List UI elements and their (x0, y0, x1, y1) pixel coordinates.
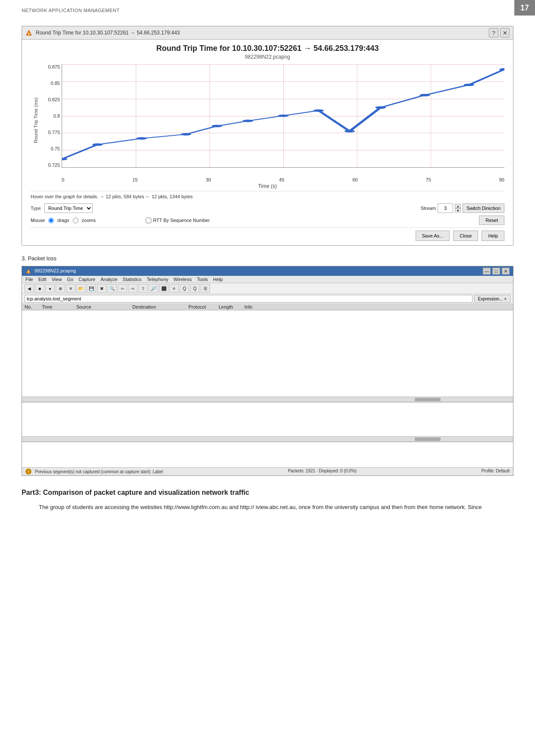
toolbar-btn-6[interactable]: 📂 (76, 284, 86, 293)
svg-point-13 (419, 94, 430, 97)
close-button[interactable]: Close (453, 231, 478, 241)
ws-title-text: 982298N22.pcapng (25, 268, 76, 274)
svg-point-9 (278, 115, 289, 117)
type-select[interactable]: Round Trip Time (44, 203, 93, 213)
toolbar-btn-4[interactable]: ⊕ (56, 284, 65, 293)
drags-radio[interactable] (48, 218, 54, 223)
menu-tools[interactable]: Tools (197, 277, 208, 282)
toolbar-btn-7[interactable]: 💾 (87, 284, 96, 293)
col-source: Source (74, 304, 130, 309)
toolbar-btn-17[interactable]: Q (190, 284, 200, 293)
rtt-content: Round Trip Time for 10.10.30.107:52261 →… (22, 40, 513, 245)
col-no: No. (22, 304, 39, 309)
toolbar-btn-5[interactable]: ✕ (66, 284, 75, 293)
col-length: Length (216, 304, 242, 309)
svg-point-8 (243, 120, 253, 122)
toolbar-btn-8[interactable]: ✖ (97, 284, 106, 293)
rtt-titlebar-text: Round Trip Time for 10.10.30.107:52261 →… (36, 30, 180, 36)
menu-analyze[interactable]: Analyze (100, 277, 117, 282)
x-axis-label: Time (s) (31, 183, 504, 189)
page-header: NETWORK APPLICATION MANAGEMENT (0, 0, 535, 17)
page-number: 17 (514, 0, 535, 16)
x-tick-labels: 0 15 30 45 60 75 90 (31, 176, 504, 182)
ws-filter-input[interactable] (25, 295, 472, 303)
menu-statistics[interactable]: Statistics (122, 277, 141, 282)
ws-detail-scroll-thumb[interactable] (415, 437, 441, 441)
toolbar-btn-14[interactable]: ⬛ (159, 284, 169, 293)
menu-view[interactable]: View (52, 277, 62, 282)
rtt-subtitle: 982298N22.pcapng (31, 54, 504, 60)
ws-expression-btn[interactable]: Expression... + (474, 295, 510, 303)
rtt-footer-row: Save As... Close Help (31, 228, 504, 241)
stream-up-btn[interactable]: ▲ (455, 204, 461, 208)
col-protocol: Protocol (186, 304, 216, 309)
svg-rect-17 (28, 271, 29, 272)
ws-detail-scrollbar[interactable] (22, 436, 513, 441)
menu-go[interactable]: Go (67, 277, 73, 282)
menu-capture[interactable]: Capture (78, 277, 95, 282)
menu-help[interactable]: Help (213, 277, 223, 282)
rtt-titlebar: Round Trip Time for 10.10.30.107:52261 →… (22, 26, 513, 40)
toolbar-btn-12[interactable]: ⇧ (138, 284, 148, 293)
save-as-button[interactable]: Save As... (416, 231, 450, 241)
drags-label: drags (57, 218, 69, 223)
rtt-main-title: Round Trip Time for 10.10.30.107:52261 →… (31, 44, 504, 53)
toolbar-btn-15[interactable]: ≡ (169, 284, 179, 293)
menu-file[interactable]: File (25, 277, 33, 282)
close-titlebar-btn[interactable]: ✕ (500, 28, 510, 37)
reset-button[interactable]: Reset (479, 216, 504, 225)
toolbar-btn-2[interactable]: ■ (35, 284, 44, 293)
ws-maximize-btn[interactable]: □ (492, 268, 500, 275)
type-label: Type (31, 206, 41, 211)
ws-statusbar: ! Previous segment(s) not captured (comm… (22, 467, 513, 475)
ws-status-left: ! Previous segment(s) not captured (comm… (25, 469, 163, 475)
ws-scroll-thumb[interactable] (415, 398, 441, 401)
rtt-controls-row1: Type Round Trip Time Stream ▲ ▼ Switch D… (31, 203, 504, 213)
help-button[interactable]: Help (482, 231, 504, 241)
ws-app-icon (25, 268, 31, 274)
toolbar-btn-11[interactable]: ⇨ (128, 284, 138, 293)
stream-label: Stream (421, 206, 436, 211)
toolbar-btn-1[interactable]: ◀ (25, 284, 34, 293)
stream-group: Stream ▲ ▼ Switch Direction (421, 203, 504, 213)
ws-packet-list[interactable] (22, 310, 513, 397)
ws-close-btn[interactable]: ✕ (502, 268, 510, 275)
menu-telephony[interactable]: Telephony (147, 277, 168, 282)
ws-menubar: File Edit View Go Capture Analyze Statis… (22, 276, 513, 283)
ws-titlebar: 982298N22.pcapng — □ ✕ (22, 266, 513, 276)
svg-point-4 (92, 144, 103, 146)
switch-direction-button[interactable]: Switch Direction (463, 203, 504, 213)
svg-rect-1 (28, 33, 29, 34)
stream-down-btn[interactable]: ▼ (455, 208, 461, 212)
header-title: NETWORK APPLICATION MANAGEMENT (22, 8, 120, 13)
ws-minimize-btn[interactable]: — (483, 268, 491, 275)
menu-edit[interactable]: Edit (38, 277, 47, 282)
mouse-label: Mouse (31, 218, 45, 223)
rtt-window: Round Trip Time for 10.10.30.107:52261 →… (22, 26, 513, 246)
toolbar-btn-3[interactable]: ● (45, 284, 55, 293)
svg-point-10 (313, 109, 324, 112)
toolbar-btn-13[interactable]: 🔎 (149, 284, 158, 293)
menu-wireless[interactable]: Wireless (174, 277, 192, 282)
svg-point-15 (499, 68, 504, 71)
ws-status-text: Previous segment(s) not captured (common… (35, 469, 163, 474)
help-titlebar-btn[interactable]: ? (489, 28, 498, 37)
toolbar-btn-9[interactable]: 🔍 (107, 284, 117, 293)
chart-line-svg (62, 64, 504, 167)
toolbar-btn-16[interactable]: Q (180, 284, 189, 293)
part3-body: The group of students are accessing the … (22, 503, 513, 512)
toolbar-btn-18[interactable]: ☰ (200, 284, 210, 293)
svg-point-12 (375, 106, 386, 109)
y-axis-label: Round Trip Time (ms) (31, 64, 41, 176)
zooms-radio[interactable] (73, 218, 78, 223)
toolbar-btn-10[interactable]: ⇦ (118, 284, 127, 293)
ws-scrollbar-h[interactable] (22, 397, 513, 402)
svg-point-5 (136, 137, 147, 140)
rtt-seq-checkbox[interactable] (146, 218, 151, 223)
ws-toolbar: ◀ ■ ● ⊕ ✕ 📂 💾 ✖ 🔍 ⇦ ⇨ ⇧ 🔎 ⬛ ≡ Q Q ☰ (22, 283, 513, 294)
stream-input[interactable] (438, 203, 453, 213)
svg-point-2 (28, 34, 29, 35)
chart-plot[interactable] (62, 64, 504, 168)
ws-win-buttons: — □ ✕ (483, 268, 510, 275)
section3-label: 3. Packet loss (22, 255, 513, 262)
